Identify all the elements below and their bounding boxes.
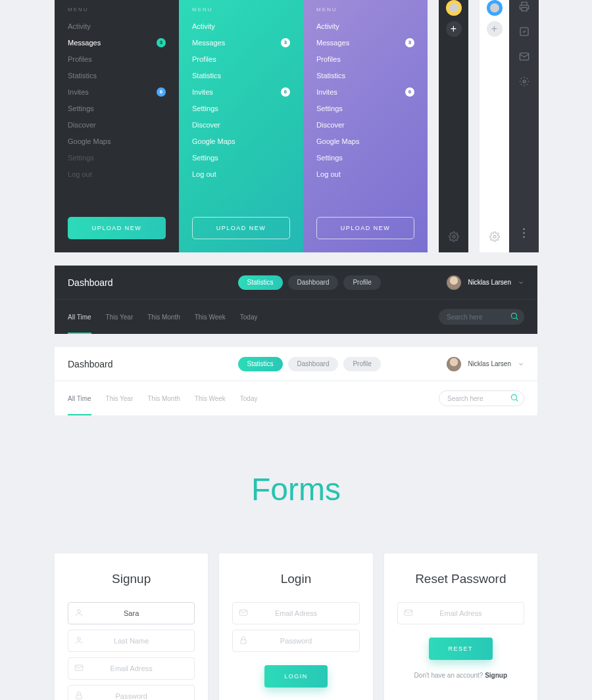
last-name-field[interactable] bbox=[68, 630, 195, 652]
sidebar-item-settings[interactable]: Settings bbox=[68, 100, 166, 116]
sidebar-item-messages[interactable]: Messages3 bbox=[192, 34, 290, 51]
sidebar-item-google-maps[interactable]: Google Maps bbox=[68, 133, 166, 149]
gear-icon[interactable] bbox=[519, 76, 530, 87]
menu-heading: MENU bbox=[192, 7, 290, 12]
badge-invites: 6 bbox=[405, 87, 414, 97]
sidebar-item-invites[interactable]: Invites6 bbox=[192, 83, 290, 100]
password-field[interactable] bbox=[68, 685, 195, 700]
svg-point-7 bbox=[511, 394, 516, 400]
signup-card: Signup bbox=[55, 553, 208, 700]
gear-icon[interactable] bbox=[489, 231, 500, 242]
signup-link[interactable]: Signup bbox=[485, 672, 507, 679]
pill-dashboard[interactable]: Dashboard bbox=[288, 275, 339, 290]
header-light: Dashboard Statistics Dashboard Profile N… bbox=[55, 347, 537, 415]
sidebar-item-profiles[interactable]: Profiles bbox=[68, 51, 166, 67]
svg-point-6 bbox=[511, 313, 516, 318]
sidebar-item-settings-2[interactable]: Settings bbox=[316, 149, 414, 166]
upload-new-button[interactable]: UPLOAD NEW bbox=[68, 217, 166, 239]
avatar[interactable] bbox=[446, 0, 462, 16]
sidebar-item-invites[interactable]: Invites6 bbox=[316, 83, 414, 100]
svg-rect-4 bbox=[520, 53, 528, 60]
sidebar-item-discover[interactable]: Discover bbox=[316, 116, 414, 133]
login-button[interactable]: LOGIN bbox=[264, 665, 328, 688]
sidebar-item-logout[interactable]: Log out bbox=[192, 166, 290, 182]
tab-this-week[interactable]: This Week bbox=[195, 395, 226, 402]
sidebar-item-statistics[interactable]: Statistics bbox=[192, 67, 290, 83]
pill-dashboard[interactable]: Dashboard bbox=[288, 357, 339, 371]
sidebar-item-discover[interactable]: Discover bbox=[192, 116, 290, 133]
badge-invites: 6 bbox=[157, 87, 166, 97]
sidebar-item-settings[interactable]: Settings bbox=[316, 100, 414, 116]
sidebar-item-logout[interactable]: Log out bbox=[68, 166, 166, 182]
email-field[interactable] bbox=[397, 602, 524, 624]
checkbox-icon[interactable] bbox=[519, 26, 530, 37]
sidebar-item-invites[interactable]: Invites6 bbox=[68, 83, 166, 100]
search-icon bbox=[510, 312, 519, 321]
badge-messages: 3 bbox=[405, 38, 414, 47]
card-title: Reset Password bbox=[415, 572, 506, 586]
sidebar-item-settings-2[interactable]: Settings bbox=[68, 149, 166, 166]
gear-icon[interactable] bbox=[449, 231, 459, 242]
sidebar-item-activity[interactable]: Activity bbox=[316, 18, 414, 34]
tab-today[interactable]: Today bbox=[240, 395, 258, 402]
user-menu[interactable]: Nicklas Larsen bbox=[447, 275, 524, 290]
svg-rect-11 bbox=[76, 695, 82, 699]
user-name: Nicklas Larsen bbox=[468, 360, 511, 367]
email-field[interactable] bbox=[232, 602, 359, 624]
tab-this-month[interactable]: This Month bbox=[147, 314, 180, 321]
pill-profile[interactable]: Profile bbox=[343, 357, 380, 371]
upload-new-button[interactable]: UPLOAD NEW bbox=[192, 217, 290, 239]
tab-all-time[interactable]: All Time bbox=[68, 395, 91, 402]
mail-icon bbox=[404, 608, 413, 617]
sidebar-item-messages[interactable]: Messages3 bbox=[316, 34, 414, 51]
page-title: Dashboard bbox=[68, 277, 113, 288]
tab-this-year[interactable]: This Year bbox=[106, 314, 134, 321]
sidebar-item-google-maps[interactable]: Google Maps bbox=[316, 133, 414, 149]
pill-statistics[interactable]: Statistics bbox=[238, 357, 283, 371]
sidebar-item-google-maps[interactable]: Google Maps bbox=[192, 133, 290, 149]
sidebar-item-messages[interactable]: Messages3 bbox=[68, 34, 166, 51]
user-menu[interactable]: Nicklas Larsen bbox=[447, 357, 524, 371]
mini-sidebar-light: + bbox=[480, 0, 509, 252]
sidebar-item-logout[interactable]: Log out bbox=[316, 166, 414, 182]
print-icon[interactable] bbox=[519, 1, 530, 12]
mini-sidebar-dark: + bbox=[439, 0, 468, 252]
sidebar-item-settings-2[interactable]: Settings bbox=[192, 149, 290, 166]
search bbox=[439, 390, 524, 406]
tab-this-month[interactable]: This Month bbox=[147, 395, 180, 402]
avatar bbox=[447, 275, 461, 290]
menu-heading: MENU bbox=[316, 7, 414, 12]
add-button[interactable]: + bbox=[487, 21, 503, 37]
sidebar-item-statistics[interactable]: Statistics bbox=[316, 67, 414, 83]
section-title-forms: Forms bbox=[0, 471, 592, 507]
email-field[interactable] bbox=[68, 657, 195, 680]
tab-this-year[interactable]: This Year bbox=[106, 395, 134, 402]
svg-point-8 bbox=[78, 609, 81, 613]
avatar[interactable] bbox=[487, 0, 503, 16]
sidebar-item-activity[interactable]: Activity bbox=[192, 18, 290, 34]
first-name-field[interactable] bbox=[68, 602, 195, 624]
pill-profile[interactable]: Profile bbox=[343, 275, 380, 290]
badge-messages: 3 bbox=[281, 38, 290, 47]
login-card: Login LOGIN Forgot password? Reset bbox=[219, 553, 372, 700]
reset-button[interactable]: RESET bbox=[429, 638, 493, 660]
sidebar-item-profiles[interactable]: Profiles bbox=[316, 51, 414, 67]
tab-all-time[interactable]: All Time bbox=[68, 314, 91, 321]
reset-card: Reset Password RESET Don't have an accou… bbox=[384, 553, 537, 700]
sidebar-item-statistics[interactable]: Statistics bbox=[68, 67, 166, 83]
tab-today[interactable]: Today bbox=[240, 314, 258, 321]
tab-this-week[interactable]: This Week bbox=[195, 314, 226, 321]
password-field[interactable] bbox=[232, 630, 359, 652]
sidebar-item-profiles[interactable]: Profiles bbox=[192, 51, 290, 67]
pill-statistics[interactable]: Statistics bbox=[238, 275, 283, 290]
avatar bbox=[447, 357, 461, 371]
upload-new-button[interactable]: UPLOAD NEW bbox=[316, 217, 414, 239]
add-button[interactable]: + bbox=[446, 21, 462, 37]
page-title: Dashboard bbox=[68, 359, 113, 369]
mail-icon[interactable] bbox=[519, 51, 530, 62]
sidebar-item-discover[interactable]: Discover bbox=[68, 116, 166, 133]
sidebar-item-activity[interactable]: Activity bbox=[68, 18, 166, 34]
signup-hint: Don't have an account? Signup bbox=[414, 672, 507, 679]
sidebar-item-settings[interactable]: Settings bbox=[192, 100, 290, 116]
more-icon[interactable] bbox=[523, 228, 525, 238]
